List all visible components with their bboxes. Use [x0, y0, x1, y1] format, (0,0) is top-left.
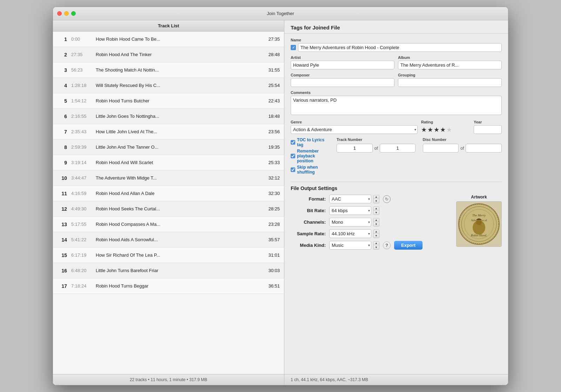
star-3[interactable]: ★ — [434, 126, 439, 134]
playback-checkbox[interactable] — [291, 154, 295, 158]
track-title: How Robin Hood Came To Be... — [96, 36, 264, 42]
track-row[interactable]: 1 0:00 How Robin Hood Came To Be... 27:3… — [53, 32, 284, 47]
bitrate-stepper[interactable]: ▲ ▼ — [373, 207, 379, 215]
track-duration: 31:55 — [264, 67, 280, 73]
name-input[interactable] — [298, 43, 502, 52]
track-row[interactable]: 6 2:16:55 Little John Goes To Nottingha.… — [53, 109, 284, 124]
artwork-label: Artwork — [471, 195, 487, 200]
format-select[interactable]: AACMP3AIFFWAV — [329, 195, 371, 203]
sample-rate-stepper-up[interactable]: ▲ — [373, 230, 379, 234]
track-time: 56:23 — [71, 67, 96, 73]
media-kind-select[interactable]: MusicAudiobookPodcastiTunes U — [329, 241, 371, 250]
help-button[interactable]: ? — [383, 242, 391, 249]
channels-select[interactable]: MonoStereo — [329, 218, 371, 227]
artwork-image[interactable]: The Merry Adventures of Robin Hood. — [456, 201, 502, 247]
format-stepper-down[interactable]: ▼ — [373, 199, 379, 203]
artist-input[interactable] — [291, 61, 394, 69]
close-button[interactable] — [57, 11, 62, 16]
shuffle-checkbox[interactable] — [291, 167, 295, 172]
comments-input[interactable] — [291, 96, 502, 115]
track-list-scroll[interactable]: 1 0:00 How Robin Hood Came To Be... 27:3… — [53, 32, 284, 374]
composer-input[interactable] — [291, 78, 394, 87]
minimize-button[interactable] — [64, 11, 69, 16]
track-row[interactable]: 8 2:59:39 Little John And The Tanner O..… — [53, 140, 284, 155]
channels-stepper[interactable]: ▲ ▼ — [373, 218, 379, 227]
track-row[interactable]: 5 1:54:12 Robin Hood Turns Butcher 22:43 — [53, 93, 284, 109]
track-row[interactable]: 11 4:16:59 Robin Hood And Allan A Dale 3… — [53, 186, 284, 201]
playback-label[interactable]: Remember playback position — [291, 149, 330, 163]
bitrate-stepper-down[interactable]: ▼ — [373, 211, 379, 215]
track-number-label: Track Number — [337, 137, 416, 142]
track-number-input[interactable] — [337, 144, 373, 153]
name-checkbox[interactable] — [291, 45, 296, 50]
main-window: Join Together Track List 1 0:00 How Robi… — [53, 7, 508, 385]
shuffle-label[interactable]: Skip when shuffling — [291, 165, 330, 175]
disc-number-col: Disc Number of — [423, 137, 502, 153]
composer-label: Composer — [291, 73, 394, 77]
genre-select[interactable]: Action & AdventureAlternativeAudiobooksB… — [291, 125, 418, 134]
bitrate-row: Bit Rate: 64 kbps128 kbps192 kbps256 kbp… — [291, 206, 451, 215]
track-duration: 28:25 — [264, 206, 280, 211]
track-num: 11 — [57, 191, 67, 196]
bitrate-select[interactable]: 64 kbps128 kbps192 kbps256 kbps320 kbps — [329, 206, 371, 215]
star-5[interactable]: ★ — [446, 126, 452, 134]
sample-rate-row: Sample Rate: 44.100 kHz48.000 kHz96.000 … — [291, 229, 451, 238]
track-num: 4 — [57, 83, 67, 88]
toc-label[interactable]: TOC to Lyrics tag — [291, 137, 330, 147]
artwork-section: Artwork The Merry Adventures of — [456, 195, 502, 252]
toc-checkbox[interactable] — [291, 140, 295, 145]
file-output-content: Format: AACMP3AIFFWAV ▾ ▲ ▼ — [291, 195, 502, 252]
year-input[interactable] — [474, 125, 502, 134]
media-kind-stepper-up[interactable]: ▲ — [373, 242, 379, 245]
stars[interactable]: ★ ★ ★ ★ ★ — [421, 126, 470, 134]
media-kind-stepper-down[interactable]: ▼ — [373, 245, 379, 249]
sample-rate-select[interactable]: 44.100 kHz48.000 kHz96.000 kHz — [329, 229, 371, 238]
track-row[interactable]: 4 1:28:18 Will Stutely Rescued By His C.… — [53, 78, 284, 93]
bitrate-stepper-up[interactable]: ▲ — [373, 207, 379, 211]
format-stepper[interactable]: ▲ ▼ — [373, 195, 379, 203]
track-row[interactable]: 14 5:41:22 Robin Hood Aids A Sorrowful..… — [53, 232, 284, 248]
track-row[interactable]: 7 2:35:43 How Little John Lived At The..… — [53, 124, 284, 140]
sample-rate-stepper[interactable]: ▲ ▼ — [373, 230, 379, 238]
track-num: 17 — [57, 283, 67, 289]
track-of-input[interactable] — [380, 144, 416, 153]
format-select-container: AACMP3AIFFWAV ▾ ▲ ▼ — [329, 195, 379, 203]
grouping-input[interactable] — [398, 78, 502, 87]
track-duration: 23:28 — [264, 222, 280, 227]
artwork-svg: The Merry Adventures of Robin Hood. — [458, 203, 500, 245]
track-title: Robin Hood And Allan A Dale — [96, 191, 264, 196]
composer-col: Composer — [291, 73, 394, 87]
disc-of-input[interactable] — [466, 144, 502, 153]
track-duration: 35:57 — [264, 237, 280, 242]
export-button[interactable]: Export — [394, 241, 423, 250]
channels-stepper-down[interactable]: ▼ — [373, 222, 379, 226]
svg-text:The Merry: The Merry — [472, 214, 486, 217]
comments-group: Comments — [291, 90, 502, 116]
tags-panel: Tags for Joined File Name Artist — [284, 20, 508, 385]
star-4[interactable]: ★ — [440, 126, 446, 134]
track-row[interactable]: 15 6:17:19 How Sir Richard Of The Lea P.… — [53, 248, 284, 263]
track-row[interactable]: 9 3:19:14 Robin Hood And Will Scarlet 25… — [53, 155, 284, 170]
media-kind-stepper[interactable]: ▲ ▼ — [373, 241, 379, 250]
artist-col: Artist — [291, 55, 394, 69]
sample-rate-stepper-down[interactable]: ▼ — [373, 234, 379, 238]
star-2[interactable]: ★ — [427, 126, 433, 134]
maximize-button[interactable] — [71, 11, 76, 16]
track-row[interactable]: 3 56:23 The Shooting Match At Nottin... … — [53, 62, 284, 78]
track-num: 13 — [57, 222, 67, 227]
star-1[interactable]: ★ — [421, 126, 427, 134]
track-row[interactable]: 13 5:17:55 Robin Hood Compasses A Ma... … — [53, 217, 284, 232]
format-stepper-up[interactable]: ▲ — [373, 195, 379, 199]
refresh-button[interactable]: ↻ — [383, 195, 391, 203]
comments-label: Comments — [291, 90, 502, 95]
track-row[interactable]: 2 27:35 Robin Hood And The Tinker 28:48 — [53, 47, 284, 62]
track-title: How Sir Richard Of The Lea P... — [96, 252, 264, 258]
disc-number-label: Disc Number — [423, 137, 502, 142]
album-input[interactable] — [398, 61, 502, 69]
channels-stepper-up[interactable]: ▲ — [373, 218, 379, 222]
track-row[interactable]: 10 3:44:47 The Adventure With Midge T...… — [53, 170, 284, 186]
track-row[interactable]: 12 4:49:30 Robin Hood Seeks The Curtal..… — [53, 201, 284, 217]
disc-number-input[interactable] — [423, 144, 459, 153]
track-row[interactable]: 16 6:48:20 Little John Turns Barefoot Fr… — [53, 263, 284, 278]
track-row[interactable]: 17 7:18:24 Robin Hood Turns Beggar 36:51 — [53, 278, 284, 294]
